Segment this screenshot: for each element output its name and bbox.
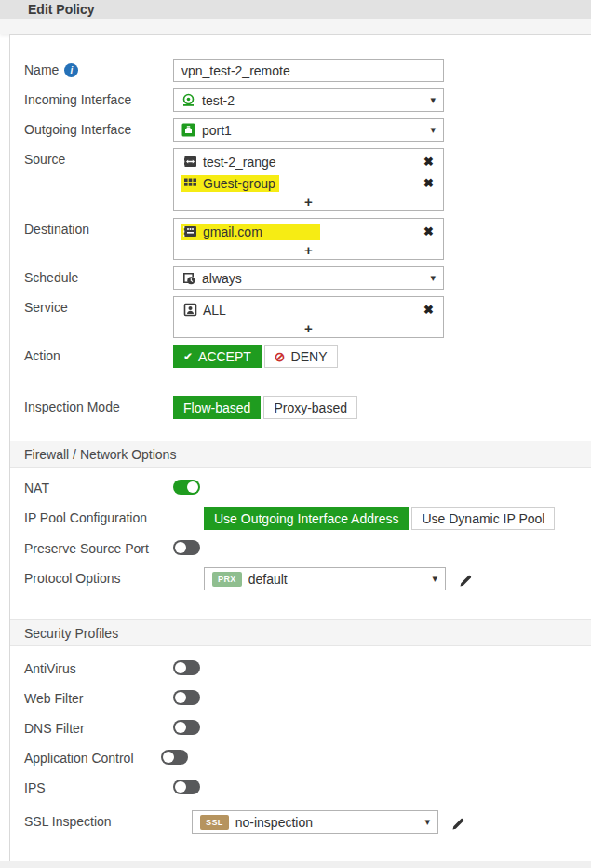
fqdn-icon — [183, 224, 197, 238]
chevron-down-icon: ▾ — [424, 816, 430, 828]
source-entry-label[interactable]: Guest-group — [181, 175, 279, 192]
edit-policy-form: Name i Incoming Interface test-2 ▾ Outgo… — [9, 34, 591, 868]
service-all-icon — [183, 303, 197, 317]
web-filter-label: Web Filter — [24, 687, 173, 706]
preserve-source-port-row: Preserve Source Port — [24, 537, 591, 558]
outgoing-interface-label: Outgoing Interface — [24, 118, 173, 137]
service-box[interactable]: ALL ✖ + — [173, 296, 444, 338]
add-icon[interactable]: + — [304, 320, 313, 336]
check-icon: ✔ — [183, 350, 193, 363]
dns-filter-row: DNS Filter — [24, 717, 591, 738]
protocol-options-row: Protocol Options PRX default ▾ — [24, 567, 591, 590]
schedule-row: Schedule always ▾ — [24, 266, 591, 290]
chevron-down-icon: ▾ — [430, 94, 436, 106]
inspection-mode-segmented: Flow-based Proxy-based — [173, 396, 357, 419]
user-group-icon — [183, 176, 197, 190]
ssl-inspection-row: SSL Inspection SSL no-inspection ▾ — [24, 810, 591, 834]
ip-pool-row: IP Pool Configuration Use Outgoing Inter… — [24, 507, 591, 530]
use-outgoing-interface-address-button[interactable]: Use Outgoing Interface Address — [204, 507, 409, 530]
deny-icon: ⊘ — [275, 349, 286, 364]
remove-icon[interactable]: ✖ — [423, 225, 434, 237]
source-box[interactable]: test-2_range ✖ Guest-group — [173, 148, 444, 211]
toggle-knob — [163, 752, 174, 763]
destination-entry-label[interactable]: gmail.com — [181, 224, 320, 240]
remove-icon[interactable]: ✖ — [423, 156, 434, 168]
antivirus-row: AntiVirus — [24, 658, 591, 678]
remove-icon[interactable]: ✖ — [423, 177, 434, 189]
application-control-toggle[interactable] — [161, 750, 188, 765]
proxy-based-button[interactable]: Proxy-based — [263, 396, 357, 419]
service-entry-label[interactable]: ALL — [181, 302, 230, 319]
toggle-knob — [175, 722, 186, 733]
ip-pool-option2-label: Use Dynamic IP Pool — [422, 511, 544, 526]
dns-filter-label: DNS Filter — [24, 717, 173, 736]
destination-row: Destination gmail.com — [24, 218, 591, 260]
ssl-inspection-value: no-inspection — [235, 815, 419, 830]
chevron-down-icon: ▾ — [432, 573, 437, 585]
action-label: Action — [24, 345, 173, 363]
source-entry-label[interactable]: test-2_range — [181, 154, 280, 170]
info-icon[interactable]: i — [64, 63, 78, 77]
incoming-interface-row: Incoming Interface test-2 ▾ — [24, 88, 591, 112]
schedule-label: Schedule — [24, 266, 173, 285]
tunnel-interface-icon — [181, 93, 195, 107]
edit-pencil-icon[interactable] — [459, 574, 473, 588]
action-row: Action ✔ ACCEPT ⊘ DENY — [24, 345, 591, 368]
ssl-badge: SSL — [200, 815, 229, 830]
destination-entry-text: gmail.com — [203, 224, 262, 239]
action-segmented: ✔ ACCEPT ⊘ DENY — [173, 345, 338, 368]
schedule-select[interactable]: always ▾ — [173, 266, 444, 290]
source-row: Source test-2_range ✖ — [24, 148, 591, 211]
toggle-knob — [175, 542, 186, 553]
edit-pencil-icon[interactable] — [451, 817, 465, 831]
accept-button-label: ACCEPT — [198, 349, 251, 364]
incoming-interface-select[interactable]: test-2 ▾ — [173, 88, 444, 112]
ssl-inspection-select[interactable]: SSL no-inspection ▾ — [192, 810, 438, 834]
incoming-interface-value: test-2 — [202, 93, 423, 108]
nat-toggle[interactable] — [173, 480, 200, 495]
source-entry: test-2_range ✖ — [174, 151, 443, 172]
name-label: Name i — [24, 59, 173, 77]
chevron-down-icon: ▾ — [430, 124, 436, 136]
service-row: Service ALL ✖ + — [24, 296, 591, 338]
flow-based-label: Flow-based — [183, 400, 250, 415]
application-control-row: Application Control — [24, 747, 591, 767]
section-security-profiles: Security Profiles — [10, 619, 591, 646]
ips-toggle[interactable] — [173, 780, 200, 794]
dns-filter-toggle[interactable] — [173, 720, 200, 735]
ip-pool-option1-label: Use Outgoing Interface Address — [214, 511, 398, 526]
service-entry-text: ALL — [203, 303, 226, 318]
chevron-down-icon: ▾ — [430, 272, 436, 284]
remove-icon[interactable]: ✖ — [423, 304, 434, 316]
source-label: Source — [24, 148, 173, 167]
name-label-text: Name — [24, 62, 59, 77]
page-title: Edit Policy — [0, 0, 591, 19]
prx-badge: PRX — [212, 572, 242, 587]
section-firewall-network-options: Firewall / Network Options — [10, 441, 591, 468]
name-row: Name i — [24, 59, 591, 82]
toggle-knob — [175, 662, 186, 673]
add-icon[interactable]: + — [304, 242, 313, 258]
add-entry-row: + — [174, 242, 443, 258]
antivirus-label: AntiVirus — [24, 658, 173, 676]
web-filter-toggle[interactable] — [173, 690, 200, 705]
nat-label: NAT — [24, 477, 173, 495]
deny-button[interactable]: ⊘ DENY — [264, 345, 338, 368]
incoming-interface-label: Incoming Interface — [24, 88, 173, 107]
toggle-knob — [175, 692, 186, 703]
name-input[interactable] — [173, 59, 444, 82]
flow-based-button[interactable]: Flow-based — [173, 396, 261, 419]
protocol-options-select[interactable]: PRX default ▾ — [204, 567, 446, 590]
toggle-knob — [175, 781, 186, 793]
service-entry: ALL ✖ — [174, 299, 443, 320]
add-entry-row: + — [174, 194, 443, 210]
use-dynamic-ip-pool-button[interactable]: Use Dynamic IP Pool — [411, 507, 555, 530]
accept-button[interactable]: ✔ ACCEPT — [173, 345, 262, 368]
destination-box[interactable]: gmail.com ✖ + — [173, 218, 444, 260]
antivirus-toggle[interactable] — [173, 660, 200, 675]
ethernet-port-icon — [181, 123, 195, 137]
outgoing-interface-select[interactable]: port1 ▾ — [173, 118, 444, 142]
add-icon[interactable]: + — [304, 194, 313, 210]
preserve-source-port-toggle[interactable] — [173, 540, 200, 555]
preserve-source-port-label: Preserve Source Port — [24, 537, 173, 556]
